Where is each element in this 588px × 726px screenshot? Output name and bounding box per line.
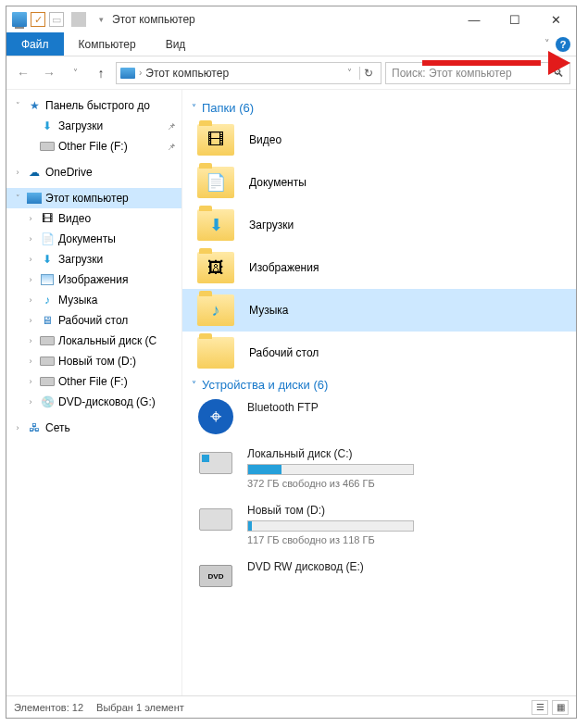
dvd-icon: 💿 bbox=[40, 394, 55, 409]
search-placeholder: Поиск: Этот компьютер bbox=[392, 67, 512, 80]
collapse-icon[interactable]: ˅ bbox=[12, 194, 23, 203]
pc-icon bbox=[27, 193, 42, 204]
ribbon-collapse-icon[interactable]: ˅ bbox=[544, 38, 550, 50]
cloud-icon: ☁ bbox=[27, 165, 42, 180]
folder-images[interactable]: 🖼Изображения bbox=[182, 246, 576, 289]
qat-checkbox-icon[interactable]: ✓ bbox=[31, 12, 45, 27]
address-dropdown-icon[interactable]: ˅ bbox=[344, 68, 356, 78]
capacity-bar bbox=[247, 464, 414, 475]
capacity-bar bbox=[247, 520, 414, 532]
pin-icon: 📌︎ bbox=[167, 142, 176, 152]
ribbon: Файл Компьютер Вид ˅ ? bbox=[6, 32, 576, 56]
refresh-button[interactable]: ↻ bbox=[359, 67, 377, 80]
folder-icon: 🖼 bbox=[197, 252, 234, 283]
folder-icon: 🎞 bbox=[197, 124, 234, 156]
drive-dvd-e[interactable]: DVD DVD RW дисковод (E:) bbox=[182, 555, 576, 601]
expand-icon[interactable]: › bbox=[12, 168, 23, 177]
tab-view[interactable]: Вид bbox=[151, 32, 201, 56]
chevron-down-icon: ˅ bbox=[192, 380, 196, 390]
nav-video[interactable]: ›🎞Видео bbox=[6, 208, 181, 229]
nav-quick-access[interactable]: ˅ ★ Панель быстрого до bbox=[6, 95, 181, 116]
minimize-button[interactable]: — bbox=[454, 6, 494, 32]
window-title: Этот компьютер bbox=[112, 13, 195, 26]
address-bar-row: ← → ˅ ↑ › Этот компьютер ˅ ↻ Поиск: Этот… bbox=[6, 56, 576, 90]
nav-music[interactable]: ›♪Музыка bbox=[6, 290, 181, 310]
qat-dropdown-icon[interactable]: ▾ bbox=[94, 12, 108, 27]
app-icon bbox=[12, 12, 27, 27]
content-pane: ˅Папки (6) 🎞Видео 📄Документы ⬇Загрузки 🖼… bbox=[182, 90, 576, 695]
nav-new-d[interactable]: ›Новый том (D:) bbox=[6, 351, 181, 371]
pin-icon: 📌︎ bbox=[167, 121, 176, 131]
download-icon: ⬇ bbox=[40, 252, 55, 267]
status-bar: Элементов: 12 Выбран 1 элемент ☰ ▦ bbox=[6, 695, 576, 718]
nav-onedrive[interactable]: › ☁ OneDrive bbox=[6, 162, 181, 182]
collapse-icon[interactable]: ˅ bbox=[12, 101, 23, 110]
desktop-icon: 🖥 bbox=[40, 313, 55, 328]
dvd-icon: DVD bbox=[197, 560, 234, 592]
status-item-count: Элементов: 12 bbox=[14, 702, 83, 713]
nav-dvd-g[interactable]: ›💿DVD-дисковод (G:) bbox=[6, 392, 181, 412]
breadcrumb[interactable]: Этот компьютер bbox=[145, 67, 229, 80]
folder-documents[interactable]: 📄Документы bbox=[182, 161, 576, 204]
nav-images[interactable]: ›Изображения bbox=[6, 269, 181, 290]
chevron-down-icon: ˅ bbox=[192, 103, 196, 113]
status-selection: Выбран 1 элемент bbox=[96, 702, 184, 713]
search-input[interactable]: Поиск: Этот компьютер 🔍︎ bbox=[385, 62, 570, 84]
drive-new-d[interactable]: Новый том (D:) 117 ГБ свободно из 118 ГБ bbox=[182, 498, 576, 555]
title-bar: ✓ ▭ ▾ Этот компьютер — ☐ ✕ bbox=[6, 6, 576, 32]
tab-computer[interactable]: Компьютер bbox=[64, 32, 151, 56]
nav-network[interactable]: ›🖧Сеть bbox=[6, 418, 181, 438]
address-bar[interactable]: › Этот компьютер ˅ ↻ bbox=[116, 62, 382, 84]
disk-icon bbox=[40, 357, 55, 366]
location-icon bbox=[120, 68, 135, 79]
qat-divider bbox=[71, 12, 86, 27]
recent-dropdown[interactable]: ˅ bbox=[64, 62, 86, 84]
section-devices[interactable]: ˅Устройства и диски (6) bbox=[182, 374, 576, 395]
disk-icon bbox=[40, 336, 55, 345]
maximize-button[interactable]: ☐ bbox=[494, 6, 535, 32]
up-button[interactable]: ↑ bbox=[90, 62, 112, 84]
document-icon: 📄 bbox=[40, 232, 55, 246]
nav-other-file[interactable]: Other File (F:) 📌︎ bbox=[6, 136, 181, 156]
folder-music[interactable]: ♪Музыка bbox=[182, 289, 576, 332]
folder-icon bbox=[197, 337, 234, 369]
folder-video[interactable]: 🎞Видео bbox=[182, 119, 576, 161]
close-button[interactable]: ✕ bbox=[535, 6, 576, 32]
nav-desktop[interactable]: ›🖥Рабочий стол bbox=[6, 310, 181, 331]
disk-icon bbox=[40, 142, 55, 151]
qat-doc-icon[interactable]: ▭ bbox=[49, 12, 64, 27]
nav-downloads2[interactable]: ›⬇Загрузки bbox=[6, 249, 181, 269]
nav-this-pc[interactable]: ˅ Этот компьютер bbox=[6, 188, 181, 208]
nav-other-f[interactable]: ›Other File (F:) bbox=[6, 371, 181, 392]
view-icons-button[interactable]: ▦ bbox=[552, 700, 569, 715]
section-folders[interactable]: ˅Папки (6) bbox=[182, 97, 576, 119]
bluetooth-icon: ⌖ bbox=[198, 399, 233, 434]
nav-downloads[interactable]: ⬇ Загрузки 📌︎ bbox=[6, 116, 181, 136]
tab-file[interactable]: Файл bbox=[6, 32, 64, 56]
drive-local-c[interactable]: Локальный диск (C:) 372 ГБ свободно из 4… bbox=[182, 442, 576, 498]
image-icon bbox=[40, 272, 55, 287]
nav-local-c[interactable]: ›Локальный диск (C bbox=[6, 331, 181, 351]
folder-icon: ⬇ bbox=[197, 209, 234, 241]
folder-icon: ♪ bbox=[197, 294, 234, 326]
disk-icon bbox=[40, 377, 55, 386]
video-icon: 🎞 bbox=[40, 211, 55, 226]
disk-icon bbox=[197, 504, 234, 535]
back-button[interactable]: ← bbox=[12, 62, 34, 84]
folder-icon: 📄 bbox=[197, 167, 234, 198]
folder-downloads[interactable]: ⬇Загрузки bbox=[182, 204, 576, 246]
nav-documents[interactable]: ›📄Документы bbox=[6, 229, 181, 249]
search-icon[interactable]: 🔍︎ bbox=[553, 67, 564, 80]
view-details-button[interactable]: ☰ bbox=[532, 700, 548, 715]
network-icon: 🖧 bbox=[27, 420, 42, 435]
navigation-pane: ˅ ★ Панель быстрого до ⬇ Загрузки 📌︎ Oth… bbox=[6, 90, 182, 695]
chevron-right-icon: › bbox=[139, 68, 142, 78]
help-icon[interactable]: ? bbox=[556, 37, 570, 52]
folder-desktop[interactable]: Рабочий стол bbox=[182, 332, 576, 374]
download-icon: ⬇ bbox=[40, 119, 55, 133]
music-icon: ♪ bbox=[40, 293, 55, 307]
forward-button[interactable]: → bbox=[38, 62, 60, 84]
disk-icon bbox=[197, 447, 234, 479]
star-icon: ★ bbox=[27, 98, 42, 113]
drive-bluetooth[interactable]: ⌖ Bluetooth FTP bbox=[182, 395, 576, 442]
